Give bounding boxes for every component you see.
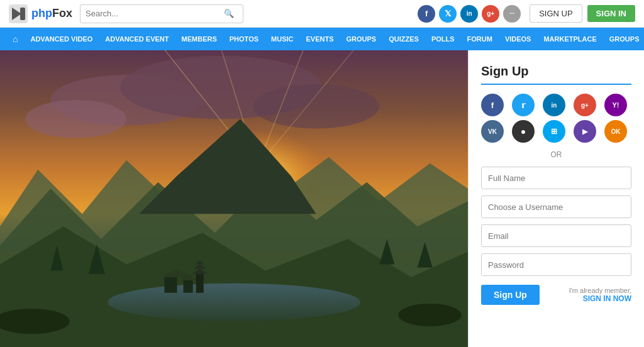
or-divider: OR	[481, 150, 631, 159]
signup-footer: Sign Up I'm already member, SIGN IN NOW	[481, 285, 631, 305]
googleplus-signup-btn[interactable]: g+	[574, 94, 596, 116]
svg-rect-20	[184, 280, 193, 293]
vk-signup-btn[interactable]: VK	[481, 120, 504, 143]
username-input[interactable]	[481, 196, 631, 218]
already-member-text: I'm already member, SIGN IN NOW	[569, 287, 631, 303]
menu-item-quizzes[interactable]: Quizzes	[382, 28, 425, 50]
signup-panel: Sign Up f 𝕣 in g+ Y! VK ● ⊞ ▶ OK OR Sign…	[468, 50, 644, 347]
search-box: 🔍	[80, 4, 243, 23]
home-menu-item[interactable]: ⌂	[6, 34, 24, 44]
menu-bar: ⌂ Advanced Video Advanced Event Members …	[0, 28, 644, 50]
password-input[interactable]	[481, 253, 631, 276]
ok-signup-btn[interactable]: OK	[604, 120, 627, 143]
social-login-grid: f 𝕣 in g+ Y! VK ● ⊞ ▶ OK	[481, 94, 631, 143]
menu-item-members[interactable]: Members	[175, 28, 223, 50]
hero-image	[0, 50, 468, 347]
signup-title: Sign Up	[481, 64, 631, 85]
menu-item-videos[interactable]: Videos	[499, 28, 538, 50]
svg-point-31	[398, 304, 462, 326]
menu-item-advanced-event[interactable]: Advanced Event	[99, 28, 175, 50]
menu-item-polls[interactable]: Polls	[425, 28, 461, 50]
twitter-top-icon[interactable]: 𝕏	[439, 5, 457, 23]
more-top-icon[interactable]: ···	[503, 5, 521, 23]
linkedin-signup-btn[interactable]: in	[543, 94, 565, 116]
logo-icon	[9, 4, 28, 23]
svg-rect-2	[20, 8, 25, 20]
twitter-signup-btn[interactable]: 𝕣	[512, 94, 535, 116]
menu-item-music[interactable]: Music	[265, 28, 299, 50]
svg-point-7	[25, 100, 126, 138]
github-signup-btn[interactable]: ●	[512, 120, 535, 143]
microsoft-signup-btn[interactable]: ⊞	[543, 120, 565, 143]
svg-point-8	[253, 84, 379, 128]
menu-item-forum[interactable]: Forum	[461, 28, 499, 50]
svg-point-17	[108, 284, 360, 321]
linkedin-top-icon[interactable]: in	[460, 5, 478, 23]
menu-item-events[interactable]: Events	[300, 28, 340, 50]
signin-now-link[interactable]: SIGN IN NOW	[569, 294, 631, 303]
menu-item-advanced-video[interactable]: Advanced Video	[24, 28, 99, 50]
search-input[interactable]	[86, 9, 224, 18]
svg-rect-18	[164, 277, 177, 293]
main-content: Sign Up f 𝕣 in g+ Y! VK ● ⊞ ▶ OK OR Sign…	[0, 50, 644, 347]
svg-rect-22	[196, 274, 204, 293]
yahoo-signup-btn[interactable]: Y!	[604, 94, 627, 116]
signup-submit-button[interactable]: Sign Up	[481, 285, 540, 305]
facebook-signup-btn[interactable]: f	[481, 94, 504, 116]
fullname-input[interactable]	[481, 167, 631, 189]
search-icon: 🔍	[224, 9, 234, 18]
mountains-svg	[0, 50, 468, 347]
signup-button-top[interactable]: SIGN UP	[530, 4, 582, 23]
signin-button-top[interactable]: SIGN IN	[587, 5, 635, 22]
googleplus-top-icon[interactable]: g+	[482, 5, 499, 23]
menu-item-groups2[interactable]: Groups	[603, 28, 644, 50]
top-navigation: phpFox 🔍 f 𝕏 in g+ ··· SIGN UP SIGN IN	[0, 0, 644, 28]
logo-text: phpFox	[31, 7, 72, 20]
menu-item-groups[interactable]: Groups	[340, 28, 383, 50]
menu-item-marketplace[interactable]: Marketplace	[537, 28, 602, 50]
email-input[interactable]	[481, 224, 631, 247]
menu-item-photos[interactable]: Photos	[223, 28, 265, 50]
twitch-signup-btn[interactable]: ▶	[574, 120, 596, 143]
logo[interactable]: phpFox	[9, 4, 72, 23]
facebook-top-icon[interactable]: f	[418, 5, 435, 23]
social-icons-top: f 𝕏 in g+ ···	[418, 5, 521, 23]
